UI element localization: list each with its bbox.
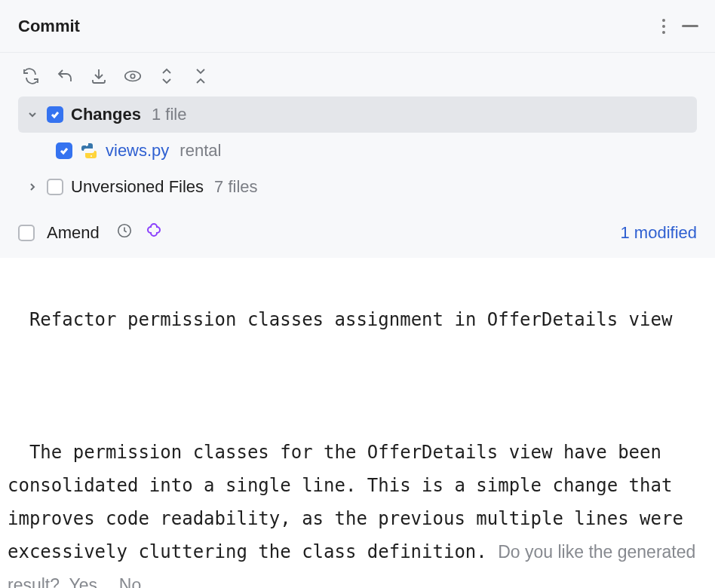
file-checkbox[interactable] (56, 142, 72, 159)
expand-all-icon[interactable] (157, 66, 176, 86)
panel-title: Commit (18, 17, 80, 36)
rollback-icon[interactable] (55, 66, 75, 86)
svg-point-0 (125, 72, 140, 81)
changes-checkbox[interactable] (47, 106, 63, 123)
amend-label: Amend (47, 223, 100, 243)
minimize-icon[interactable] (682, 25, 698, 27)
amend-checkbox[interactable] (18, 225, 35, 241)
changes-count: 1 file (152, 105, 186, 124)
changes-tree: Changes 1 file views.py rental Unversion… (0, 96, 715, 205)
amend-bar: Amend 1 modified (0, 205, 715, 258)
svg-point-2 (86, 145, 87, 146)
unversioned-group-row[interactable]: Unversioned Files 7 files (18, 169, 697, 205)
ai-generate-icon[interactable] (145, 222, 163, 244)
unversioned-count: 7 files (214, 177, 257, 197)
commit-panel-header: Commit (0, 0, 715, 53)
modified-count[interactable]: 1 modified (620, 223, 697, 243)
unversioned-label: Unversioned Files (71, 177, 204, 197)
chevron-right-icon[interactable] (26, 180, 39, 194)
changes-label: Changes (71, 105, 141, 124)
changes-group-row[interactable]: Changes 1 file (18, 96, 697, 133)
feedback-yes[interactable]: Yes (69, 575, 97, 588)
file-name: views.py (106, 141, 169, 161)
refresh-icon[interactable] (21, 66, 41, 86)
file-row[interactable]: views.py rental (18, 133, 697, 169)
svg-point-1 (130, 74, 135, 78)
unversioned-checkbox[interactable] (47, 179, 63, 195)
python-file-icon (80, 142, 98, 160)
preview-diff-icon[interactable] (123, 66, 143, 86)
commit-message-editor[interactable]: Refactor permission classes assignment i… (0, 258, 715, 588)
history-icon[interactable] (116, 222, 133, 243)
commit-subject: Refactor permission classes assignment i… (29, 309, 673, 330)
file-path: rental (180, 141, 221, 161)
more-options-icon[interactable] (662, 19, 665, 34)
feedback-no[interactable]: No (119, 575, 141, 588)
shelve-icon[interactable] (89, 66, 109, 86)
commit-toolbar (0, 53, 715, 96)
chevron-down-icon[interactable] (26, 108, 39, 121)
header-actions (662, 19, 698, 34)
collapse-all-icon[interactable] (191, 66, 210, 86)
svg-point-3 (91, 155, 92, 157)
